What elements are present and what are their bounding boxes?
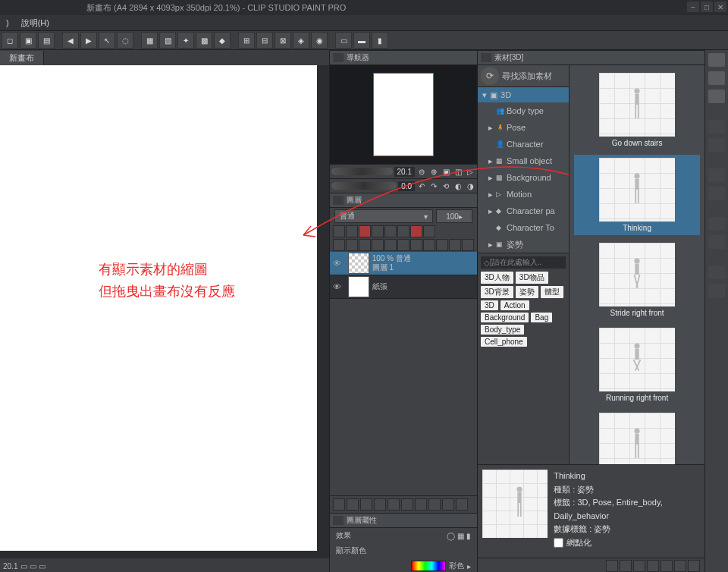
- visibility-icon[interactable]: 👁: [330, 282, 345, 291]
- strip-folder-icon[interactable]: [708, 90, 725, 103]
- layer-m3-icon[interactable]: [423, 239, 435, 251]
- tool-c-icon[interactable]: ⊠: [275, 32, 291, 49]
- tag[interactable]: Body_type: [481, 325, 524, 335]
- tree-item-smallobj[interactable]: ▸▦Small object: [478, 152, 569, 169]
- layer-transfer-icon[interactable]: [372, 239, 384, 251]
- lb-g-icon[interactable]: [442, 498, 454, 511]
- lb-b-icon[interactable]: [374, 498, 386, 511]
- tool-ruler-icon[interactable]: ▧: [159, 32, 176, 49]
- tag[interactable]: 姿勢: [516, 286, 538, 298]
- materials-header[interactable]: 素材[3D]: [478, 50, 704, 65]
- tree-root-3d[interactable]: ▾ ▣ 3D: [478, 87, 569, 102]
- tree-item-background[interactable]: ▸▩Background: [478, 169, 569, 186]
- strip-folder-icon[interactable]: [708, 266, 725, 279]
- tag-search-input[interactable]: ◇ [請在此處輸入..: [481, 256, 566, 269]
- detail-b-icon[interactable]: [620, 560, 632, 572]
- layer-m2-icon[interactable]: [410, 239, 422, 251]
- strip-cube-icon[interactable]: [708, 217, 725, 231]
- document-tab[interactable]: 新畫布: [0, 51, 44, 65]
- strip-folder-icon[interactable]: [708, 187, 725, 200]
- tool-a-icon[interactable]: ⊞: [238, 32, 255, 49]
- tool-cursor-icon[interactable]: ↖: [99, 32, 115, 49]
- layer-alpha-icon[interactable]: [346, 225, 358, 237]
- strip-folder-icon[interactable]: [708, 71, 725, 85]
- tree-item-motion[interactable]: ▸▷Motion: [478, 186, 569, 203]
- tree-item-pose[interactable]: ▸🧍Pose: [478, 119, 569, 136]
- material-thumb-selected[interactable]: Thinking: [574, 155, 700, 235]
- lb-new2-icon[interactable]: [347, 498, 359, 511]
- canvas-area[interactable]: 有顯示素材的縮圖 但拖曳出畫布沒有反應: [0, 65, 329, 558]
- close-button[interactable]: ✕: [714, 2, 726, 12]
- layer-x-icon[interactable]: [423, 225, 435, 237]
- tool-new-icon[interactable]: ◻: [2, 32, 18, 49]
- tag[interactable]: Bag: [531, 313, 552, 322]
- tool-clear-icon[interactable]: ◌: [117, 32, 133, 49]
- lb-c-icon[interactable]: [388, 498, 400, 511]
- strip-folder-icon[interactable]: [708, 53, 725, 67]
- visibility-icon[interactable]: 👁: [330, 259, 345, 268]
- strip-folder-icon[interactable]: [708, 235, 725, 249]
- strip-folder-icon[interactable]: [708, 120, 725, 134]
- material-thumb[interactable]: Stride right front: [574, 240, 700, 320]
- rotate-a-icon[interactable]: ◐: [453, 181, 463, 191]
- detail-trash-icon[interactable]: [688, 560, 700, 572]
- navigator-header[interactable]: 導航器: [330, 50, 477, 65]
- flip-v-icon[interactable]: ▷: [465, 166, 475, 177]
- lb-f-icon[interactable]: [428, 498, 441, 511]
- rotate-b-icon[interactable]: ◑: [465, 181, 475, 191]
- find-materials-row[interactable]: ⟳ 尋找添加素材: [478, 65, 569, 87]
- lb-d-icon[interactable]: [401, 498, 413, 511]
- material-thumb[interactable]: Go down stairs: [574, 70, 700, 150]
- material-thumb-list[interactable]: Go down stairs Thinking Stride right fro…: [570, 65, 704, 464]
- layers-header[interactable]: 圖層: [330, 193, 477, 208]
- layer-combine-icon[interactable]: [397, 239, 410, 251]
- layer-ref-icon[interactable]: [397, 225, 410, 237]
- zoom-slider[interactable]: [331, 168, 393, 175]
- tag[interactable]: 3D物品: [516, 272, 548, 284]
- strip-folder-icon[interactable]: [708, 138, 725, 152]
- lb-e-icon[interactable]: [415, 498, 427, 511]
- tree-item-pose-zh[interactable]: ▸▣姿勢: [478, 236, 569, 253]
- detail-e-icon[interactable]: [661, 560, 673, 572]
- tool-misc-icon[interactable]: ◆: [214, 32, 231, 49]
- lb-trash-icon[interactable]: [456, 498, 468, 511]
- layer-m4-icon[interactable]: [449, 239, 461, 251]
- tool-g-icon[interactable]: ▬: [353, 32, 370, 49]
- tree-item-charparts[interactable]: ▸◆Character pa: [478, 203, 569, 219]
- strip-folder-icon[interactable]: [708, 284, 725, 297]
- rotate-reset-icon[interactable]: ⟲: [441, 181, 451, 191]
- layer-item[interactable]: 👁 紙張: [330, 275, 477, 299]
- zoom-out-icon[interactable]: ⊖: [416, 166, 427, 177]
- tool-undo-icon[interactable]: ◀: [62, 32, 79, 49]
- layer-merge-icon[interactable]: [384, 239, 397, 251]
- tag[interactable]: Background: [481, 313, 529, 322]
- canvas[interactable]: 有顯示素材的縮圖 但拖曳出畫布沒有反應: [0, 65, 317, 551]
- tree-item-bodytype[interactable]: 👥Body type: [478, 102, 569, 119]
- layer-lock-icon[interactable]: [333, 225, 345, 237]
- detail-c-icon[interactable]: [633, 560, 645, 572]
- layer-new2-icon[interactable]: [346, 239, 358, 251]
- layer-delete-icon[interactable]: [436, 239, 448, 251]
- menu-item-help[interactable]: 說明(H): [21, 17, 49, 29]
- lb-new-icon[interactable]: [333, 498, 345, 511]
- material-thumb[interactable]: Running right front: [574, 325, 700, 405]
- layer-color-icon[interactable]: [359, 225, 371, 237]
- tag[interactable]: 3D人物: [481, 272, 513, 284]
- layer-props-header[interactable]: 圖層屬性: [330, 513, 477, 528]
- layer-item[interactable]: 👁 100 % 普通 圖層 1: [330, 252, 477, 275]
- tool-f-icon[interactable]: ▭: [335, 32, 352, 49]
- effect-icons[interactable]: ◯ ▦ ▮: [447, 532, 471, 540]
- navigator-canvas[interactable]: [373, 73, 434, 156]
- menu-item[interactable]: ): [6, 18, 9, 27]
- layer-folder-icon[interactable]: [359, 239, 371, 251]
- layer-m5-icon[interactable]: [462, 239, 474, 251]
- zoom-in-icon[interactable]: ⊕: [428, 166, 439, 177]
- rotate-slider[interactable]: [331, 182, 397, 190]
- tool-open-icon[interactable]: ▣: [20, 32, 36, 49]
- lb-a-icon[interactable]: [360, 498, 372, 511]
- tool-h-icon[interactable]: ▮: [372, 32, 388, 49]
- tag[interactable]: Action: [500, 300, 529, 310]
- tool-b-icon[interactable]: ⊟: [256, 32, 273, 49]
- rotate-cw-icon[interactable]: ↷: [428, 181, 439, 191]
- tool-snap-icon[interactable]: ✦: [177, 32, 194, 49]
